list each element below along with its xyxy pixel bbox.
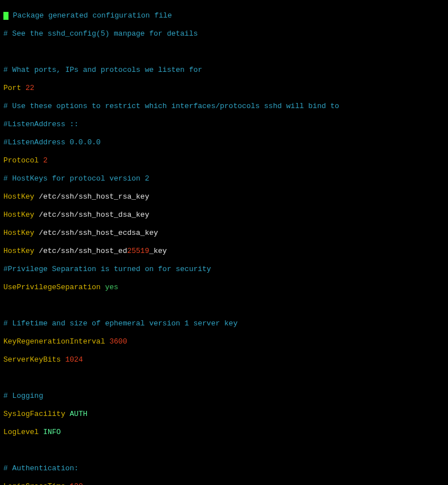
config-line: UsePrivilegeSeparation yes bbox=[3, 283, 445, 292]
config-line: HostKey /etc/ssh/ssh_host_dsa_key bbox=[3, 211, 445, 220]
config-line: SyslogFacility AUTH bbox=[3, 410, 445, 419]
comment-text: # HostKeys for protocol version 2 bbox=[3, 174, 149, 183]
directive-value: 2 bbox=[43, 156, 48, 165]
config-line: LoginGraceTime 120 bbox=[3, 482, 445, 485]
config-line: LogLevel INFO bbox=[3, 428, 445, 437]
config-line: Port 22 bbox=[3, 84, 445, 93]
config-line: #ListenAddress :: bbox=[3, 120, 445, 129]
config-line: # Authentication: bbox=[3, 464, 445, 473]
blank-line bbox=[3, 374, 445, 383]
directive-value: 1024 bbox=[65, 355, 83, 364]
comment-text: Package generated configuration file bbox=[8, 11, 172, 20]
blank-line bbox=[3, 48, 445, 57]
directive-value: AUTH bbox=[70, 410, 87, 418]
directive-key: HostKey bbox=[3, 247, 39, 255]
config-line: # Logging bbox=[3, 392, 445, 401]
config-line: HostKey /etc/ssh/ssh_host_ed25519_key bbox=[3, 247, 445, 256]
directive-value: /etc/ssh/ssh_host_ed bbox=[39, 247, 127, 255]
directive-value: /etc/ssh/ssh_host_rsa_key bbox=[39, 192, 149, 201]
directive-value: 3600 bbox=[109, 337, 127, 346]
cursor bbox=[3, 12, 8, 20]
directive-key: HostKey bbox=[3, 192, 39, 201]
comment-text: # What ports, IPs and protocols we liste… bbox=[3, 66, 202, 74]
config-line: # See the sshd_config(5) manpage for det… bbox=[3, 29, 445, 38]
directive-value: INFO bbox=[43, 428, 61, 436]
comment-text: #ListenAddress :: bbox=[3, 120, 79, 128]
config-line: # What ports, IPs and protocols we liste… bbox=[3, 66, 445, 75]
comment-text: # Logging bbox=[3, 392, 43, 400]
config-line: Package generated configuration file bbox=[3, 11, 445, 20]
comment-text: #ListenAddress 0.0.0.0 bbox=[3, 138, 101, 147]
comment-text: # See the sshd_config(5) manpage for det… bbox=[3, 29, 198, 38]
directive-key: ServerKeyBits bbox=[3, 355, 65, 364]
config-line: HostKey /etc/ssh/ssh_host_rsa_key bbox=[3, 192, 445, 201]
blank-line bbox=[3, 446, 445, 455]
directive-key: KeyRegenerationInterval bbox=[3, 337, 109, 346]
comment-text: # Authentication: bbox=[3, 464, 79, 473]
directive-value: 120 bbox=[70, 482, 83, 485]
directive-key: LogLevel bbox=[3, 428, 43, 436]
directive-value: _key bbox=[149, 247, 167, 255]
config-line: #ListenAddress 0.0.0.0 bbox=[3, 138, 445, 147]
config-line: KeyRegenerationInterval 3600 bbox=[3, 337, 445, 346]
directive-key: HostKey bbox=[3, 211, 39, 219]
config-line: HostKey /etc/ssh/ssh_host_ecdsa_key bbox=[3, 229, 445, 238]
directive-value: 25519 bbox=[127, 247, 149, 255]
directive-value: /etc/ssh/ssh_host_dsa_key bbox=[39, 211, 149, 219]
directive-key: HostKey bbox=[3, 229, 39, 237]
config-line: # Lifetime and size of ephemeral version… bbox=[3, 319, 445, 328]
directive-key: SyslogFacility bbox=[3, 410, 70, 418]
comment-text: # Use these options to restrict which in… bbox=[3, 102, 339, 110]
blank-line bbox=[3, 301, 445, 310]
terminal-view[interactable]: Package generated configuration file # S… bbox=[0, 0, 448, 485]
config-line: Protocol 2 bbox=[3, 156, 445, 165]
directive-value: 22 bbox=[25, 84, 35, 92]
directive-key: Protocol bbox=[3, 156, 43, 165]
config-line: # HostKeys for protocol version 2 bbox=[3, 174, 445, 183]
config-line: ServerKeyBits 1024 bbox=[3, 355, 445, 364]
directive-key: LoginGraceTime bbox=[3, 482, 70, 485]
directive-key: UsePrivilegeSeparation bbox=[3, 283, 105, 291]
directive-value: yes bbox=[105, 283, 118, 291]
config-line: # Use these options to restrict which in… bbox=[3, 102, 445, 111]
comment-text: #Privilege Separation is turned on for s… bbox=[3, 265, 211, 273]
comment-text: # Lifetime and size of ephemeral version… bbox=[3, 319, 237, 328]
directive-key: Port bbox=[3, 84, 25, 92]
directive-value: /etc/ssh/ssh_host_ecdsa_key bbox=[39, 229, 158, 237]
config-line: #Privilege Separation is turned on for s… bbox=[3, 265, 445, 274]
